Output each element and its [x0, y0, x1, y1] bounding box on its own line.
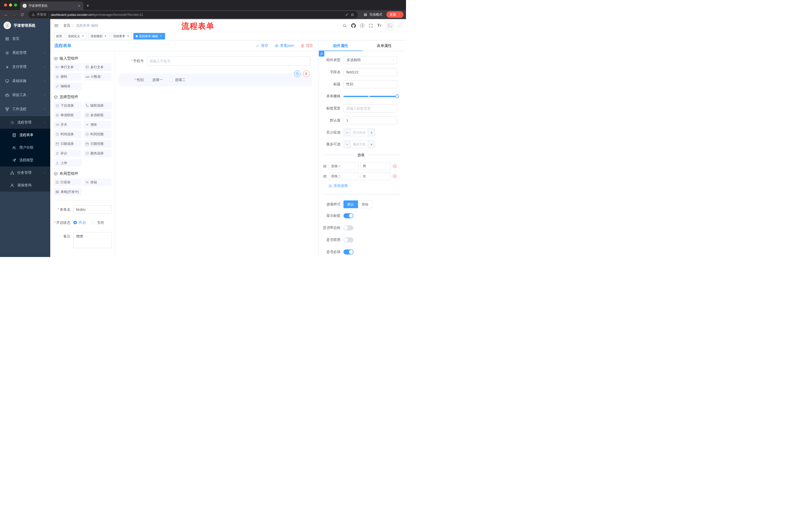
palette-item-radio-group[interactable]: 单选框组: [54, 111, 82, 119]
form-grid-slider[interactable]: [343, 92, 397, 100]
status-off-radio[interactable]: 关闭: [92, 218, 104, 226]
delete-field-button[interactable]: [303, 71, 310, 77]
drag-handle-icon[interactable]: [323, 164, 327, 168]
drag-handle-icon[interactable]: [323, 174, 327, 178]
option-name-input[interactable]: [329, 162, 359, 170]
tag-process-form-edit[interactable]: 流程表单-编辑×: [134, 33, 165, 39]
min-select-input[interactable]: [351, 129, 368, 136]
tag-close-icon[interactable]: ×: [81, 34, 85, 38]
palette-item-time-range[interactable]: 时间范围: [84, 131, 112, 138]
sidebar-item-infra[interactable]: 基础设施: [0, 74, 50, 88]
palette-item-slider[interactable]: 滑块: [84, 121, 112, 129]
help-icon[interactable]: ?: [360, 23, 364, 28]
option-value-input[interactable]: [360, 162, 391, 170]
sidebar-item-devtools[interactable]: 研发工具: [0, 88, 50, 102]
sidebar-item-leave-query[interactable]: 请假查询: [0, 179, 50, 192]
increase-button[interactable]: +: [368, 129, 375, 136]
tag-close-icon[interactable]: ×: [126, 34, 130, 38]
palette-item-time-picker[interactable]: 时间选择: [54, 131, 82, 138]
slider-track[interactable]: [343, 96, 397, 97]
disabled-switch[interactable]: [343, 237, 353, 242]
avatar[interactable]: [386, 21, 394, 30]
search-icon[interactable]: [343, 23, 347, 28]
palette-item-color-picker[interactable]: 颜色选择: [84, 150, 112, 157]
address-bar[interactable]: 不安全 | dashboard.yudao.iocoder.cn/bpm/man…: [28, 11, 358, 18]
border-switch[interactable]: [343, 225, 353, 231]
tag-process-definition[interactable]: 流程定义×: [65, 33, 87, 39]
canvas-field-phone[interactable]: *手机号: [119, 56, 312, 66]
decrease-button[interactable]: −: [344, 129, 351, 136]
link-badge[interactable]: [319, 51, 324, 57]
remove-option-button[interactable]: [393, 164, 397, 168]
tab-close-icon[interactable]: ×: [77, 4, 81, 8]
fullscreen-icon[interactable]: [369, 23, 373, 28]
gender-option2-checkbox[interactable]: 选项二: [169, 78, 185, 82]
password-key-icon[interactable]: [345, 13, 349, 16]
palette-item-editor[interactable]: 编辑器: [54, 82, 82, 90]
tab-form-props[interactable]: 表单属性: [362, 40, 406, 51]
required-switch[interactable]: [343, 249, 353, 254]
breadcrumb-home[interactable]: 首页: [63, 23, 70, 28]
update-button[interactable]: 更新 ⋮: [386, 11, 404, 18]
palette-item-multi-line-text[interactable]: 多行文本: [84, 63, 112, 71]
sidebar-item-task-mgmt[interactable]: 任务管理: [0, 166, 50, 179]
back-button[interactable]: ←: [2, 12, 9, 17]
avatar-caret-icon[interactable]: [399, 24, 402, 27]
default-value-input[interactable]: [343, 116, 397, 125]
tag-close-icon[interactable]: ×: [104, 34, 107, 38]
tag-process-model[interactable]: 流程模型×: [88, 33, 110, 39]
form-canvas[interactable]: *手机号 *性别 选项一 选项二: [115, 51, 319, 257]
label-width-input[interactable]: [343, 104, 397, 112]
palette-item-row-container[interactable]: 行容器: [54, 179, 82, 186]
show-label-switch[interactable]: [343, 213, 353, 218]
palette-item-date-picker[interactable]: 日期选择: [54, 140, 82, 147]
tag-process-form[interactable]: 流程表单×: [111, 33, 132, 39]
font-size-icon[interactable]: TT: [377, 23, 381, 28]
palette-item-date-range[interactable]: 日期范围: [84, 140, 112, 147]
tag-close-icon[interactable]: ×: [159, 34, 163, 38]
sidebar-item-process-mgmt[interactable]: 流程管理: [0, 116, 50, 129]
option-name-input[interactable]: [329, 172, 359, 180]
refresh-button[interactable]: [19, 13, 26, 17]
style-default-button[interactable]: 默认: [343, 200, 358, 208]
phone-input[interactable]: [147, 57, 311, 65]
palette-item-switch[interactable]: 开关: [54, 121, 82, 129]
palette-item-select[interactable]: 下拉选择: [54, 102, 82, 109]
gender-option1-checkbox[interactable]: 选项一: [147, 78, 163, 82]
new-tab-button[interactable]: +: [86, 3, 89, 8]
palette-item-checkbox-group[interactable]: 多选框组: [84, 111, 112, 119]
save-button[interactable]: 保存: [256, 43, 268, 48]
sidebar-item-user-group[interactable]: 用户分组: [0, 141, 50, 154]
browser-menu-icon[interactable]: ⋮: [398, 12, 402, 17]
app-logo[interactable]: 芋道管理系统: [0, 19, 50, 32]
github-icon[interactable]: [351, 23, 356, 28]
sidebar-item-process-model[interactable]: 流程模型: [0, 154, 50, 166]
sidebar-item-payment[interactable]: ¥ 支付管理: [0, 60, 50, 74]
sidebar-item-system[interactable]: 系统管理: [0, 46, 50, 60]
status-on-radio[interactable]: 开启: [74, 218, 86, 226]
title-input[interactable]: [343, 80, 397, 88]
sidebar-item-process-form[interactable]: 流程表单: [0, 129, 50, 141]
palette-item-upload[interactable]: 上传: [54, 159, 82, 167]
add-option-button[interactable]: 添加选项: [328, 184, 402, 188]
view-json-button[interactable]: 查看json: [274, 43, 294, 48]
hamburger-icon[interactable]: [54, 23, 59, 28]
form-name-input[interactable]: [74, 206, 112, 214]
max-select-input[interactable]: [351, 141, 368, 148]
tag-home[interactable]: 首页: [54, 33, 64, 39]
browser-tab[interactable]: 芋道管理系统 ×: [20, 1, 83, 10]
window-minimize-button[interactable]: [9, 3, 12, 6]
option-value-input[interactable]: [360, 172, 391, 180]
slider-handle[interactable]: [395, 94, 399, 98]
increase-button[interactable]: +: [368, 141, 375, 148]
clear-button[interactable]: 清空: [300, 43, 313, 48]
decrease-button[interactable]: −: [344, 141, 351, 148]
style-button-button[interactable]: 按钮: [358, 200, 372, 208]
window-zoom-button[interactable]: [14, 3, 17, 6]
palette-item-password[interactable]: 密码: [54, 73, 82, 80]
tab-component-props[interactable]: 组件属性: [319, 40, 362, 51]
window-close-button[interactable]: [4, 3, 7, 6]
palette-item-table[interactable]: 表格[开发中]: [54, 188, 82, 196]
sidebar-item-home[interactable]: 首页: [0, 32, 50, 46]
sidebar-item-workflow[interactable]: 工作流程: [0, 102, 50, 116]
